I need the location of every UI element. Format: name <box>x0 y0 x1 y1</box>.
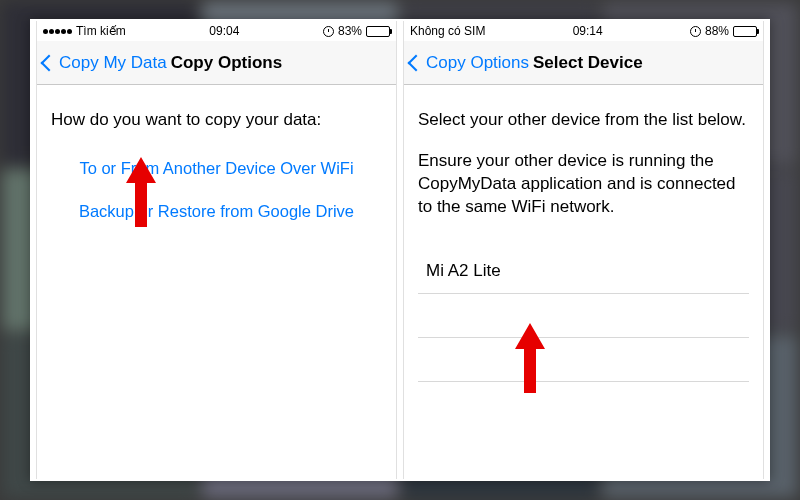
carrier-label: Không có SIM <box>410 24 485 38</box>
status-bar: Tìm kiếm 09:04 83% <box>37 21 396 41</box>
device-list: Mi A2 Lite <box>418 249 749 382</box>
clock: 09:04 <box>209 24 239 38</box>
back-label: Copy My Data <box>59 53 167 73</box>
back-label: Copy Options <box>426 53 529 73</box>
content-area: Select your other device from the list b… <box>404 85 763 479</box>
device-item[interactable]: Mi A2 Lite <box>418 249 749 294</box>
alarm-icon <box>323 26 334 37</box>
nav-bar: Copy Options Select Device <box>404 41 763 85</box>
nav-bar: Copy My Data Copy Options <box>37 41 396 85</box>
option-gdrive[interactable]: Backup or Restore from Google Drive <box>51 202 382 221</box>
battery-icon <box>366 26 390 37</box>
battery-icon <box>733 26 757 37</box>
device-item-empty <box>418 294 749 338</box>
alarm-icon <box>690 26 701 37</box>
content-area: How do you want to copy your data: To or… <box>37 85 396 479</box>
chevron-left-icon <box>41 54 58 71</box>
chevron-left-icon <box>408 54 425 71</box>
battery-percent: 83% <box>338 24 362 38</box>
battery-percent: 88% <box>705 24 729 38</box>
instruction-text-1: Select your other device from the list b… <box>418 109 749 132</box>
instruction-text-2: Ensure your other device is running the … <box>418 150 749 219</box>
phone-left: Tìm kiếm 09:04 83% Copy My Data Copy Opt… <box>36 21 397 479</box>
phone-right: Không có SIM 09:14 88% Copy Options Sele… <box>403 21 764 479</box>
option-wifi[interactable]: To or From Another Device Over WiFi <box>51 159 382 178</box>
back-button[interactable]: Copy My Data <box>43 53 167 73</box>
signal-icon <box>43 29 72 34</box>
nav-title: Copy Options <box>171 53 282 73</box>
back-button[interactable]: Copy Options <box>410 53 529 73</box>
status-bar: Không có SIM 09:14 88% <box>404 21 763 41</box>
carrier-label: Tìm kiếm <box>76 24 126 38</box>
clock: 09:14 <box>573 24 603 38</box>
device-item-empty <box>418 338 749 382</box>
prompt-text: How do you want to copy your data: <box>51 109 382 131</box>
nav-title: Select Device <box>533 53 643 73</box>
